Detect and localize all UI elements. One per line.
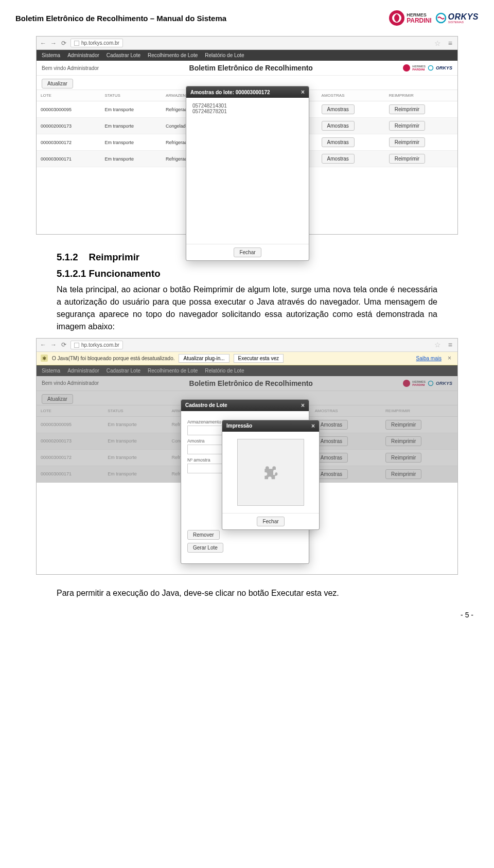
logo-torkys: ORKYS SISTEMAS bbox=[435, 12, 479, 24]
page-icon bbox=[74, 343, 79, 348]
back-icon[interactable]: ← bbox=[40, 341, 47, 348]
reimprimir-button[interactable]: Reimprimir bbox=[389, 137, 425, 147]
svg-point-1 bbox=[428, 66, 433, 70]
page-icon bbox=[74, 41, 79, 46]
java-block-msg: O Java(TM) foi bloqueado porque está des… bbox=[52, 356, 174, 361]
torkys-icon bbox=[435, 12, 447, 24]
back-icon[interactable]: ← bbox=[40, 40, 47, 47]
menu-icon[interactable]: ≡ bbox=[446, 39, 454, 47]
learn-more-link[interactable]: Saiba mais bbox=[416, 356, 442, 361]
reload-icon[interactable]: ⟳ bbox=[60, 341, 67, 348]
star-icon[interactable]: ☆ bbox=[432, 39, 443, 47]
plugin-placeholder bbox=[237, 439, 304, 506]
amostra-item: 057248278201 bbox=[192, 109, 303, 114]
screenshot-2: ← → ⟳ hp.torkys.com.br ☆ ≡ ✱ O Java(TM) … bbox=[36, 338, 458, 575]
dialog-amostras-body: 057248214301 057248278201 bbox=[186, 98, 309, 244]
puzzle-icon bbox=[260, 462, 281, 483]
reimprimir-button[interactable]: Reimprimir bbox=[389, 104, 425, 114]
dialog-impressao: Impressão × Fechar bbox=[222, 420, 320, 530]
star-icon[interactable]: ☆ bbox=[432, 341, 443, 349]
amostras-button[interactable]: Amostras bbox=[322, 104, 355, 114]
logo-hermes-pardini: HERMES PARDINI bbox=[389, 10, 431, 26]
fechar-button[interactable]: Fechar bbox=[234, 247, 261, 257]
browser-chrome: ← → ⟳ hp.torkys.com.br ☆ ≡ bbox=[37, 37, 457, 50]
menu-administrador[interactable]: Administrador bbox=[67, 52, 99, 58]
run-once-button[interactable]: Executar esta vez bbox=[234, 354, 284, 363]
reimprimir-button[interactable]: Reimprimir bbox=[389, 154, 425, 164]
url-bar[interactable]: hp.torkys.com.br bbox=[70, 39, 123, 47]
dialog-amostras: Amostras do lote: 000003000172 × 0572482… bbox=[186, 86, 309, 261]
doc-header-title: Boletim Eletrônico de Recolhimento – Man… bbox=[15, 14, 226, 23]
paragraph-2: Para permitir a execução do Java, deve-s… bbox=[57, 587, 437, 599]
puzzle-icon: ✱ bbox=[41, 355, 48, 362]
java-block-bar: ✱ O Java(TM) foi bloqueado porque está d… bbox=[37, 352, 457, 365]
pardini-icon bbox=[403, 64, 410, 72]
amostras-button[interactable]: Amostras bbox=[322, 154, 355, 164]
menu-relatorio[interactable]: Relatório de Lote bbox=[205, 52, 244, 58]
dialog-cadastro-title: Cadastro de Lote bbox=[185, 402, 227, 408]
torkys-icon bbox=[428, 65, 434, 71]
doc-header-logos: HERMES PARDINI ORKYS SISTEMAS bbox=[389, 10, 479, 26]
url-bar[interactable]: hp.torkys.com.br bbox=[70, 341, 123, 349]
browser-chrome: ← → ⟳ hp.torkys.com.br ☆ ≡ bbox=[37, 339, 457, 352]
welcome-text: Bem vindo Administrador bbox=[42, 65, 99, 71]
close-icon[interactable]: × bbox=[301, 402, 305, 409]
gerar-lote-button[interactable]: Gerar Lote bbox=[187, 543, 223, 553]
screenshot-1: ← → ⟳ hp.torkys.com.br ☆ ≡ Sistema Admin… bbox=[36, 36, 458, 235]
amostras-button[interactable]: Amostras bbox=[322, 137, 355, 147]
welcome-bar: Bem vindo Administrador Boletim Eletrôni… bbox=[37, 61, 457, 76]
amostras-button[interactable]: Amostras bbox=[322, 121, 355, 131]
dialog-amostras-title: Amostras do lote: 000003000172 bbox=[190, 90, 270, 95]
dialog-impressao-title: Impressão bbox=[226, 423, 252, 429]
menu-icon[interactable]: ≡ bbox=[446, 341, 454, 349]
reload-icon[interactable]: ⟳ bbox=[60, 40, 67, 47]
forward-icon[interactable]: → bbox=[50, 341, 57, 348]
pardini-icon bbox=[389, 10, 404, 26]
paragraph-1: Na tela principal, ao acionar o botão Re… bbox=[57, 284, 437, 333]
menu-cadastrar-lote[interactable]: Cadastrar Lote bbox=[107, 52, 140, 58]
menu-sistema[interactable]: Sistema bbox=[42, 52, 60, 58]
page-number: - 5 - bbox=[461, 611, 473, 619]
forward-icon[interactable]: → bbox=[50, 40, 57, 47]
close-icon[interactable]: × bbox=[311, 423, 315, 429]
close-icon[interactable]: × bbox=[301, 89, 305, 95]
reimprimir-button[interactable]: Reimprimir bbox=[389, 121, 425, 131]
update-plugin-button[interactable]: Atualizar plug-in... bbox=[179, 354, 229, 363]
close-icon[interactable]: × bbox=[446, 355, 453, 362]
remover-button[interactable]: Remover bbox=[187, 530, 220, 540]
app-logos: HERMESPARDINI ORKYS bbox=[403, 64, 452, 72]
section-5-1-2: 5.1.2 Reimprimir 5.1.2.1 Funcionamento N… bbox=[57, 250, 437, 332]
amostra-item: 057248214301 bbox=[192, 103, 303, 109]
subsection-heading: 5.1.2.1 Funcionamento bbox=[57, 267, 437, 281]
fechar-button[interactable]: Fechar bbox=[257, 517, 284, 526]
app-menubar: Sistema Administrador Cadastrar Lote Rec… bbox=[37, 50, 457, 61]
atualizar-button[interactable]: Atualizar bbox=[42, 79, 73, 88]
doc-header: Boletim Eletrônico de Recolhimento – Man… bbox=[15, 10, 479, 30]
app-title: Boletim Eletrônico de Recolhimento bbox=[99, 64, 403, 72]
menu-recolhimento[interactable]: Recolhimento de Lote bbox=[148, 52, 198, 58]
